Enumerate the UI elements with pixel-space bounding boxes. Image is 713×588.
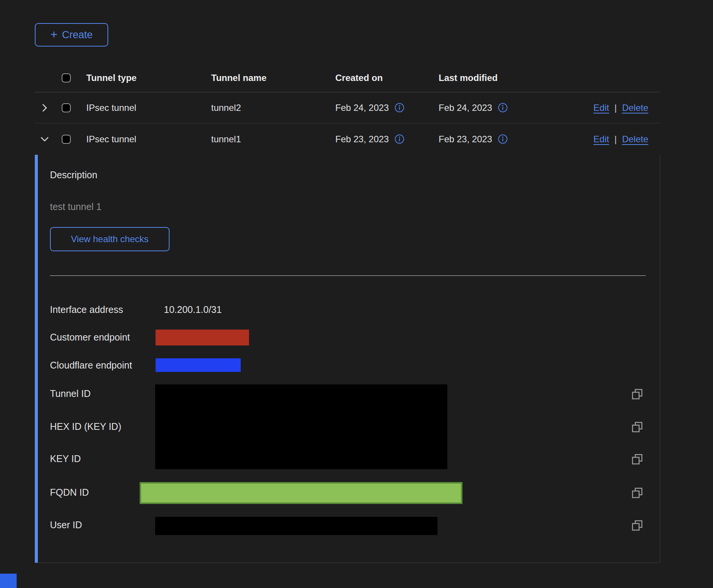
description-value: test tunnel 1 — [50, 201, 101, 212]
customer-endpoint-label: Customer endpoint — [50, 332, 130, 343]
copy-fqdn-id-button[interactable] — [631, 487, 643, 499]
tunnel-type-value: IPsec tunnel — [86, 103, 136, 113]
copy-user-id-button[interactable] — [631, 520, 643, 532]
section-divider — [50, 275, 646, 276]
header-created-on: Created on — [335, 73, 383, 83]
user-id-label: User ID — [50, 520, 82, 530]
key-id-label: KEY ID — [50, 453, 81, 464]
header-tunnel-type: Tunnel type — [86, 73, 137, 83]
fqdn-id-label: FQDN ID — [50, 487, 89, 498]
copy-icon — [631, 487, 643, 499]
copy-hex-id-button[interactable] — [631, 421, 643, 433]
delete-link[interactable]: Delete — [622, 134, 648, 145]
last-modified-value: Feb 24, 2023 — [439, 103, 492, 113]
edit-link[interactable]: Edit — [593, 103, 609, 113]
header-last-modified: Last modified — [439, 73, 498, 83]
view-health-checks-button[interactable]: View health checks — [50, 227, 170, 251]
table-row: IPsec tunnel tunnel2 Feb 24, 2023 Feb 24… — [35, 92, 660, 123]
table-row: IPsec tunnel tunnel1 Feb 23, 2023 Feb 23… — [35, 123, 660, 155]
expand-row-button[interactable] — [39, 103, 50, 113]
copy-key-id-button[interactable] — [631, 453, 643, 465]
chevron-right-icon — [39, 103, 50, 113]
tunnel-type-value: IPsec tunnel — [86, 134, 136, 145]
info-icon[interactable] — [498, 103, 508, 113]
created-on-value: Feb 23, 2023 — [335, 134, 389, 145]
plus-icon: + — [50, 28, 58, 40]
interface-address-label: Interface address — [50, 304, 123, 315]
select-all-checkbox[interactable] — [62, 73, 71, 82]
tunnel-name-value: tunnel2 — [211, 103, 241, 113]
copy-icon — [631, 520, 643, 532]
collapse-row-button[interactable] — [39, 134, 50, 145]
copy-tunnel-id-button[interactable] — [631, 388, 643, 400]
hex-id-label: HEX ID (KEY ID) — [50, 421, 121, 432]
info-icon[interactable] — [498, 134, 508, 144]
edit-link[interactable]: Edit — [593, 134, 609, 145]
copy-icon — [631, 388, 643, 400]
copy-icon — [631, 453, 643, 465]
tunnel-id-label: Tunnel ID — [50, 388, 90, 399]
user-id-redacted-value — [155, 517, 437, 535]
create-button-label: Create — [62, 29, 93, 41]
create-button[interactable]: + Create — [35, 23, 108, 47]
tunnels-table: Tunnel type Tunnel name Created on Last … — [35, 64, 660, 563]
panel-accent-bar — [35, 155, 38, 563]
bottom-left-accent-square — [0, 574, 17, 588]
created-on-value: Feb 24, 2023 — [335, 103, 389, 113]
tunnel-details-panel: Description test tunnel 1 View health ch… — [35, 155, 660, 563]
tunnel-name-value: tunnel1 — [211, 134, 241, 145]
customer-endpoint-redacted-value — [156, 330, 249, 345]
tunnels-page: + Create Tunnel type Tunnel name Created… — [0, 0, 713, 588]
fqdn-id-redacted-value — [140, 482, 462, 504]
row-checkbox[interactable] — [62, 103, 71, 112]
cloudflare-endpoint-redacted-value — [156, 358, 241, 372]
last-modified-value: Feb 23, 2023 — [439, 134, 492, 145]
chevron-down-icon — [39, 134, 50, 145]
description-label: Description — [50, 170, 97, 180]
delete-link[interactable]: Delete — [622, 103, 648, 113]
action-separator: | — [614, 134, 616, 145]
cloudflare-endpoint-label: Cloudflare endpoint — [50, 360, 132, 371]
copy-icon — [631, 421, 643, 433]
info-icon[interactable] — [394, 134, 405, 144]
ids-redacted-value — [155, 384, 447, 469]
header-tunnel-name: Tunnel name — [211, 73, 266, 83]
table-header-row: Tunnel type Tunnel name Created on Last … — [35, 64, 660, 92]
action-separator: | — [614, 103, 616, 113]
interface-address-value: 10.200.1.0/31 — [164, 304, 222, 315]
row-checkbox[interactable] — [62, 135, 71, 144]
info-icon[interactable] — [394, 103, 405, 113]
